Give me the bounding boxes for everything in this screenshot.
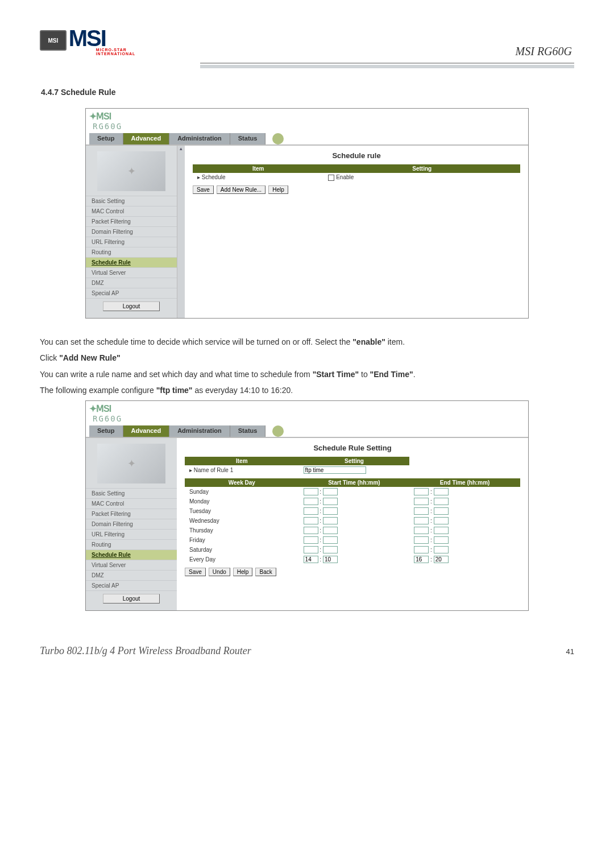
tab-setup[interactable]: Setup bbox=[89, 425, 123, 437]
sun-start-mm[interactable] bbox=[323, 488, 338, 495]
sat-start-hh[interactable] bbox=[304, 546, 318, 553]
fri-start-mm[interactable] bbox=[323, 536, 338, 544]
help-button[interactable]: Help bbox=[268, 185, 288, 194]
globe-icon bbox=[272, 133, 284, 144]
fri-end-mm[interactable] bbox=[434, 536, 449, 544]
rule-name-table: Item Setting ▸ Name of Rule 1 bbox=[185, 457, 520, 475]
save-button[interactable]: Save bbox=[185, 568, 206, 576]
screenshot-schedule-rule-setting: ✦ⅯSI RG60G Setup Advanced Administration… bbox=[85, 400, 529, 611]
mon-end-mm[interactable] bbox=[434, 498, 449, 505]
sun-end-hh[interactable] bbox=[414, 488, 429, 495]
enable-label: Enable bbox=[336, 174, 354, 180]
tab-advanced[interactable]: Advanced bbox=[123, 425, 170, 437]
wed-end-hh[interactable] bbox=[414, 517, 429, 524]
every-end-hh[interactable] bbox=[414, 556, 429, 563]
sat-start-mm[interactable] bbox=[323, 546, 338, 553]
every-end-mm[interactable] bbox=[434, 556, 449, 563]
wed-start-hh[interactable] bbox=[304, 517, 318, 524]
mon-start-mm[interactable] bbox=[323, 498, 338, 505]
logout-button[interactable]: Logout bbox=[103, 301, 160, 311]
col-start-time: Start Time (hh:mm) bbox=[299, 478, 410, 487]
col-setting: Setting bbox=[323, 164, 520, 173]
tue-start-hh[interactable] bbox=[304, 507, 318, 515]
sidebar-image: ✦ bbox=[97, 151, 165, 191]
help-button[interactable]: Help bbox=[233, 568, 253, 576]
sidebar-item-routing[interactable]: Routing bbox=[86, 247, 177, 258]
undo-button[interactable]: Undo bbox=[209, 568, 230, 576]
col-end-time: End Time (hh:mm) bbox=[409, 478, 520, 487]
logo-text: MSI bbox=[69, 26, 106, 51]
tue-start-mm[interactable] bbox=[323, 507, 338, 515]
tab-administration[interactable]: Administration bbox=[169, 425, 230, 437]
body-paragraph-2: Click "Add New Rule" bbox=[40, 352, 574, 364]
sidebar-item-domain-filtering[interactable]: Domain Filtering bbox=[86, 226, 177, 237]
every-start-hh[interactable] bbox=[304, 556, 318, 563]
tue-end-hh[interactable] bbox=[414, 507, 429, 515]
sidebar-item-basic-setting[interactable]: Basic Setting bbox=[86, 196, 177, 206]
add-new-rule-button[interactable]: Add New Rule... bbox=[217, 185, 265, 194]
sidebar-item-virtual-server[interactable]: Virtual Server bbox=[86, 267, 177, 278]
thu-start-mm[interactable] bbox=[323, 527, 338, 534]
content-panel: Schedule Rule Setting Item Setting ▸ Nam… bbox=[177, 438, 528, 610]
sidebar-item-mac-control[interactable]: MAC Control bbox=[86, 206, 177, 217]
tab-status[interactable]: Status bbox=[230, 425, 266, 437]
sun-start-hh[interactable] bbox=[304, 488, 318, 495]
enable-checkbox[interactable] bbox=[328, 175, 334, 181]
every-start-mm[interactable] bbox=[323, 556, 338, 563]
sidebar-item-packet-filtering[interactable]: Packet Filtering bbox=[86, 216, 177, 227]
body-paragraph-1: You can set the schedule time to decide … bbox=[40, 336, 574, 348]
mon-start-hh[interactable] bbox=[304, 498, 318, 505]
fri-start-hh[interactable] bbox=[304, 536, 318, 544]
wed-start-mm[interactable] bbox=[323, 517, 338, 524]
body-paragraph-3: You can write a rule name and set which … bbox=[40, 368, 574, 381]
sidebar-item-special-ap[interactable]: Special AP bbox=[86, 288, 177, 299]
time-grid: Week Day Start Time (hh:mm) End Time (hh… bbox=[185, 478, 520, 564]
day-monday: Monday bbox=[185, 497, 299, 506]
sidebar-item-dmz[interactable]: DMZ bbox=[86, 278, 177, 288]
sat-end-mm[interactable] bbox=[434, 546, 449, 553]
save-button[interactable]: Save bbox=[193, 185, 214, 194]
day-sunday: Sunday bbox=[185, 487, 299, 497]
mon-end-hh[interactable] bbox=[414, 498, 429, 505]
rule-name-label: ▸ Name of Rule 1 bbox=[185, 465, 299, 475]
section-heading: 4.4.7 Schedule Rule bbox=[41, 88, 574, 97]
sidebar-item-schedule-rule[interactable]: Schedule Rule bbox=[86, 549, 177, 560]
sidebar: ✦ Basic Setting MAC Control Packet Filte… bbox=[86, 146, 177, 318]
sidebar-item-special-ap[interactable]: Special AP bbox=[86, 580, 177, 591]
fri-end-hh[interactable] bbox=[414, 536, 429, 544]
tab-status[interactable]: Status bbox=[230, 133, 266, 144]
sidebar-item-virtual-server[interactable]: Virtual Server bbox=[86, 560, 177, 571]
logout-button[interactable]: Logout bbox=[103, 594, 160, 604]
back-button[interactable]: Back bbox=[255, 568, 276, 576]
rule-name-input[interactable] bbox=[304, 466, 366, 474]
thu-end-hh[interactable] bbox=[414, 527, 429, 534]
schedule-table: Item Setting ▸ Schedule Enable bbox=[193, 164, 520, 182]
sidebar-item-packet-filtering[interactable]: Packet Filtering bbox=[86, 509, 177, 519]
tue-end-mm[interactable] bbox=[434, 507, 449, 515]
tab-advanced[interactable]: Advanced bbox=[123, 133, 170, 144]
sidebar-image: ✦ bbox=[97, 444, 165, 483]
sidebar-item-schedule-rule[interactable]: Schedule Rule bbox=[86, 257, 177, 268]
sidebar-item-url-filtering[interactable]: URL Filtering bbox=[86, 237, 177, 247]
day-friday: Friday bbox=[185, 535, 299, 545]
sidebar-item-basic-setting[interactable]: Basic Setting bbox=[86, 488, 177, 499]
logo-badge: MSI bbox=[40, 30, 67, 51]
sidebar-item-domain-filtering[interactable]: Domain Filtering bbox=[86, 519, 177, 530]
sidebar-item-mac-control[interactable]: MAC Control bbox=[86, 498, 177, 509]
sidebar-item-dmz[interactable]: DMZ bbox=[86, 570, 177, 581]
tab-setup[interactable]: Setup bbox=[89, 133, 123, 144]
sun-end-mm[interactable] bbox=[434, 488, 449, 495]
sidebar-item-routing[interactable]: Routing bbox=[86, 539, 177, 550]
sidebar-item-url-filtering[interactable]: URL Filtering bbox=[86, 529, 177, 540]
thu-end-mm[interactable] bbox=[434, 527, 449, 534]
thu-start-hh[interactable] bbox=[304, 527, 318, 534]
router-model: RG60G bbox=[89, 122, 122, 131]
day-wednesday: Wednesday bbox=[185, 516, 299, 526]
sat-end-hh[interactable] bbox=[414, 546, 429, 553]
wed-end-mm[interactable] bbox=[434, 517, 449, 524]
scrollbar-up-icon[interactable]: ▴ bbox=[177, 146, 185, 318]
body-paragraph-4: The following example configure "ftp tim… bbox=[40, 384, 574, 396]
tab-administration[interactable]: Administration bbox=[169, 133, 230, 144]
content-title: Schedule Rule Setting bbox=[185, 444, 520, 452]
col-item: Item bbox=[193, 164, 323, 173]
